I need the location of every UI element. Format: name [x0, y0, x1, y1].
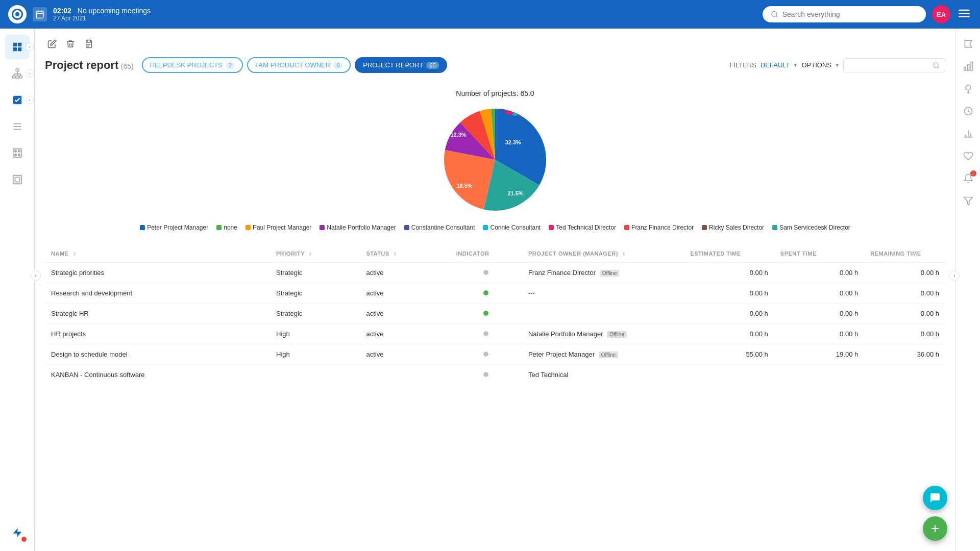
avatar[interactable]: EA — [932, 5, 950, 23]
right-sidebar-clock[interactable] — [959, 102, 977, 120]
indicator-dot-5 — [483, 372, 488, 377]
search-bar[interactable] — [763, 6, 926, 22]
options-caret[interactable]: ▾ — [836, 61, 839, 69]
svg-line-48 — [938, 66, 939, 68]
legend-natalie: Natalie Portfolio Manager — [320, 224, 396, 231]
indicator-dot-3 — [483, 331, 488, 336]
save-button[interactable] — [82, 37, 96, 51]
right-sidebar-collapse-button[interactable]: ‹ — [949, 270, 960, 281]
filters-caret[interactable]: ▾ — [794, 61, 797, 69]
left-sidebar: › › › — [0, 29, 35, 551]
right-sidebar-bar-chart[interactable] — [959, 57, 977, 76]
legend-constantine: Constantine Consultant — [404, 224, 475, 231]
chat-fab-button[interactable] — [923, 486, 947, 510]
col-header-status[interactable]: STATUS ⇕ — [360, 245, 450, 262]
cell-estimated-3: 0.00 h — [684, 324, 774, 344]
cell-estimated-1: 0.00 h — [684, 283, 774, 304]
edit-button[interactable] — [45, 37, 59, 51]
cell-name-4[interactable]: Design to schedule model — [45, 344, 270, 365]
table-search-bar[interactable] — [843, 58, 945, 72]
expand-icon[interactable]: › — [26, 96, 34, 104]
legend-dot-peter — [140, 225, 145, 230]
tag-report-count: 65 — [426, 62, 438, 69]
right-sidebar-notification[interactable]: 1 — [959, 169, 977, 188]
sidebar-item-list[interactable] — [5, 114, 30, 139]
sidebar-collapse-button[interactable]: › — [31, 270, 41, 281]
sidebar-item-box[interactable] — [5, 141, 30, 165]
legend-ted: Ted Technical Director — [549, 224, 616, 231]
cell-name-5[interactable]: KANBAN - Continuous software — [45, 365, 270, 385]
svg-rect-16 — [19, 76, 21, 79]
right-sidebar-bulb[interactable] — [959, 80, 977, 98]
cell-name-3[interactable]: HR projects — [45, 324, 270, 344]
filters-label: FILTERS — [729, 61, 756, 69]
svg-rect-9 — [13, 43, 16, 46]
sort-arrow-name: ⇕ — [72, 252, 77, 257]
cell-indicator-4 — [450, 344, 522, 365]
expand-icon[interactable]: › — [26, 69, 34, 78]
svg-rect-12 — [17, 47, 21, 51]
sidebar-item-check[interactable]: › — [5, 88, 30, 112]
table-row: KANBAN - Continuous software Ted Technic… — [45, 365, 945, 385]
svg-rect-14 — [12, 76, 15, 79]
col-header-priority[interactable]: PRIORITY ⇕ — [270, 245, 360, 262]
svg-rect-26 — [13, 149, 21, 158]
right-sidebar-heart[interactable] — [959, 147, 977, 165]
cell-indicator-5 — [450, 365, 522, 385]
sidebar-item-tree[interactable]: › — [5, 61, 30, 86]
sidebar-item-grid[interactable]: › — [5, 35, 30, 59]
notification-count-badge: 1 — [970, 170, 976, 177]
col-header-name[interactable]: NAME ⇕ — [45, 245, 270, 262]
legend-label-natalie: Natalie Portfolio Manager — [327, 224, 396, 231]
svg-rect-32 — [15, 177, 19, 182]
legend-franz: Franz Finance Director — [624, 224, 694, 231]
add-fab-button[interactable]: + — [923, 516, 947, 541]
tag-product[interactable]: I AM PRODUCT OWNER 0 — [247, 57, 351, 73]
cell-priority-5 — [270, 365, 360, 385]
sidebar-item-flash[interactable] — [5, 520, 30, 545]
filters-default-button[interactable]: DEFAULT — [761, 61, 790, 69]
pie-chart: 32.3% 21.5% 18.5% 12.3% — [439, 104, 551, 216]
right-sidebar-bar-chart2[interactable] — [959, 124, 977, 143]
cell-owner-5: Ted Technical — [522, 365, 684, 385]
options-button[interactable]: OPTIONS — [801, 61, 831, 69]
svg-rect-36 — [967, 65, 969, 71]
cell-priority-1: Strategic — [270, 283, 360, 304]
col-header-owner[interactable]: PROJECT OWNER (MANAGER) ⇕ — [522, 245, 684, 262]
cell-name-2[interactable]: Strategic HR — [45, 304, 270, 324]
chart-title: Number of projects: 65.0 — [45, 89, 945, 97]
tag-product-count: 0 — [333, 62, 342, 69]
table-header: NAME ⇕ PRIORITY ⇕ STATUS ⇕ INDICATOR — [45, 245, 945, 262]
legend-none: none — [216, 224, 237, 231]
pie-label-natalie: 12.3% — [450, 132, 466, 138]
cell-status-0: active — [360, 262, 450, 283]
cell-remaining-2: 0.00 h — [864, 304, 945, 324]
tag-helpdesk-label: HELPDESK PROJECTS — [150, 61, 223, 69]
tag-report[interactable]: PROJECT REPORT 65 — [355, 57, 447, 73]
menu-icon[interactable] — [957, 6, 972, 23]
cell-owner-0: Franz Finance Director Offline — [522, 262, 684, 283]
svg-rect-6 — [959, 9, 970, 10]
tag-helpdesk[interactable]: HELPDESK PROJECTS 2 — [142, 57, 243, 73]
expand-icon[interactable]: › — [26, 43, 34, 51]
sidebar-item-frame[interactable] — [5, 167, 30, 192]
cell-owner-2 — [522, 304, 684, 324]
sidebar-bottom — [5, 520, 30, 545]
right-sidebar-flag[interactable] — [959, 35, 977, 53]
delete-button[interactable] — [63, 37, 78, 51]
right-sidebar-filter[interactable] — [959, 192, 977, 210]
search-input[interactable] — [782, 10, 918, 18]
logo[interactable] — [8, 5, 27, 23]
cell-name-1[interactable]: Research and development — [45, 283, 270, 304]
filter-tags: HELPDESK PROJECTS 2 I AM PRODUCT OWNER 0… — [142, 57, 722, 73]
svg-line-5 — [776, 16, 777, 17]
cell-estimated-4: 55.00 h — [684, 344, 774, 365]
table-search-icon[interactable] — [933, 62, 940, 69]
datetime-block: 02:02 No upcoming meetings 27 Apr 2021 — [53, 7, 151, 22]
sort-arrow-owner: ⇕ — [622, 252, 626, 257]
legend-peter: Peter Project Manager — [140, 224, 208, 231]
cell-name-0[interactable]: Strategic priorities — [45, 262, 270, 283]
header: 02:02 No upcoming meetings 27 Apr 2021 E… — [0, 0, 980, 29]
cell-remaining-0: 0.00 h — [864, 262, 945, 283]
calendar-icon[interactable] — [33, 7, 47, 21]
